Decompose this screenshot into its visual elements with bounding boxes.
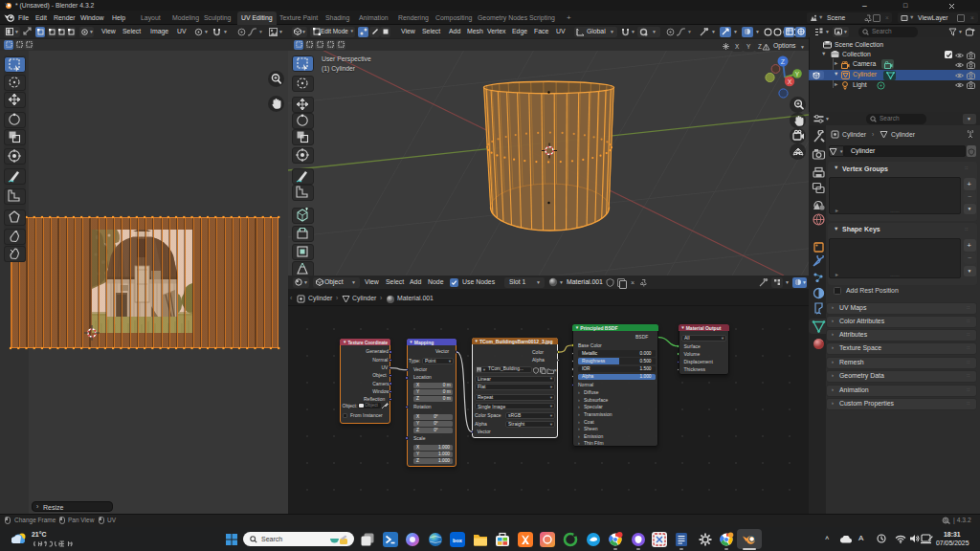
- svg-text:box: box: [453, 537, 463, 542]
- svg-text:Z: Z: [781, 58, 786, 65]
- svg-text:Y: Y: [795, 71, 800, 77]
- svg-text:X: X: [788, 78, 792, 85]
